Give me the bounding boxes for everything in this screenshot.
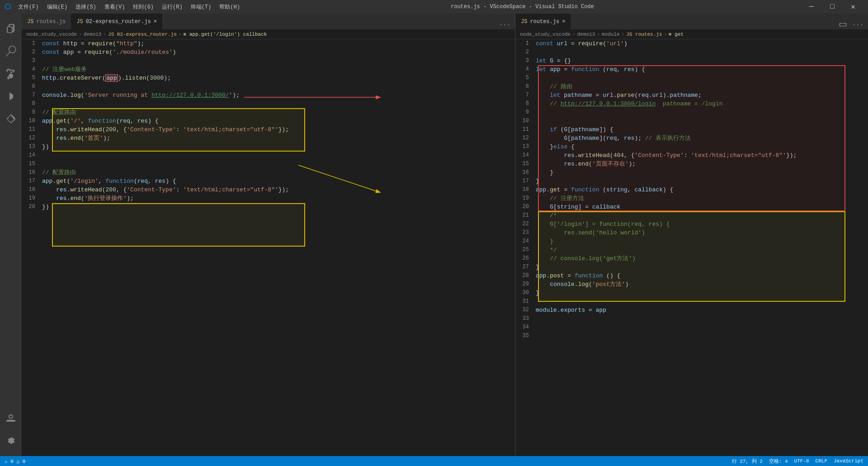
- breadcrumb-item-4[interactable]: ⊕ app.get('/login') callback: [183, 31, 267, 37]
- status-bar: ⚠ 0 △ 0 行 27, 列 2 空格: 4 UTF-8 CRLF JavaS…: [0, 456, 868, 466]
- menu-bar: 文件(F) 编辑(E) 选择(S) 查看(V) 转到(G) 运行(R) 终端(T…: [14, 2, 244, 12]
- right-code-line-22: 22 G['/login'] = function(req, res) {: [515, 220, 868, 228]
- right-breadcrumb-item-2[interactable]: demo13: [577, 32, 595, 37]
- right-code-line-33: 33: [515, 314, 868, 323]
- menu-goto[interactable]: 转到(G): [129, 2, 157, 12]
- right-code-area[interactable]: 1 const url = require('url') 2 3 let G =…: [515, 39, 868, 456]
- menu-select[interactable]: 选择(S): [72, 2, 100, 12]
- right-code-line-35: 35: [515, 332, 868, 340]
- right-code-line-4: 4 let app = function (req, res) {: [515, 65, 868, 74]
- right-tab-js-icon: JS: [521, 19, 527, 25]
- activity-settings[interactable]: [0, 430, 22, 452]
- code-line-4: 4 // 注册web服务: [22, 65, 515, 74]
- status-spaces[interactable]: 空格: 4: [769, 458, 788, 465]
- menu-terminal[interactable]: 终端(T): [187, 2, 215, 12]
- title-bar-left: ⬡ 文件(F) 编辑(E) 选择(S) 查看(V) 转到(G) 运行(R) 终端…: [5, 2, 244, 12]
- right-code-line-19: 19 // 注册方法: [515, 194, 868, 203]
- right-tab-routes[interactable]: JS routes.js ×: [515, 14, 571, 29]
- code-line-17: 17 app.get('/login', function(req, res) …: [22, 177, 515, 185]
- left-tab-actions: ···: [497, 20, 515, 29]
- right-code-line-20: 20 G[string] = callback: [515, 203, 868, 211]
- activity-source-control[interactable]: [0, 63, 22, 85]
- left-tab-routes-label: routes.js: [36, 19, 66, 25]
- code-line-5: 5 http.createServer(app).listen(3000);: [22, 74, 515, 82]
- right-code-line-18: 18 app.get = function (string, callback)…: [515, 185, 868, 194]
- right-code-line-24: 24 }: [515, 237, 868, 246]
- right-code-line-27: 27 }: [515, 263, 868, 271]
- right-breadcrumb-item-1[interactable]: node_study_vscode: [520, 32, 571, 37]
- breadcrumb-item-3[interactable]: JS 02-express_router.js: [108, 32, 177, 37]
- left-tab-router-label: 02-express_router.js: [86, 19, 151, 25]
- right-code-line-6: 6 // 路由: [515, 82, 868, 91]
- menu-run[interactable]: 运行(R): [158, 2, 186, 12]
- left-code-area[interactable]: 1 const http = require("http"); 2 const …: [22, 39, 515, 456]
- right-code-line-21: 21 /*: [515, 211, 868, 220]
- left-tab-router[interactable]: JS 02-express_router.js ×: [71, 14, 162, 29]
- activity-account[interactable]: [0, 408, 22, 430]
- right-code-line-28: 28 app.post = function () {: [515, 271, 868, 280]
- code-line-10: 10 app.get('/', function(req, res) {: [22, 117, 515, 125]
- right-breadcrumb-item-4[interactable]: JS routes.js: [626, 32, 662, 37]
- right-split-button[interactable]: ⊏⊐: [837, 20, 849, 29]
- right-tab-routes-label: routes.js: [530, 19, 559, 25]
- right-code-line-16: 16 }: [515, 168, 868, 177]
- maximize-button[interactable]: □: [822, 0, 843, 14]
- right-code-line-1: 1 const url = require('url'): [515, 39, 868, 48]
- status-language[interactable]: JavaScript: [834, 458, 863, 464]
- menu-edit[interactable]: 编辑(E): [43, 2, 71, 12]
- right-breadcrumb-item-5[interactable]: ⊕ get: [669, 31, 684, 37]
- right-code-line-13: 13 }else {: [515, 143, 868, 151]
- code-line-20: 20 }): [22, 203, 515, 211]
- right-breadcrumb-item-3[interactable]: module: [602, 32, 620, 37]
- right-code-line-14: 14 res.writeHead(404, {'Content-Type': '…: [515, 151, 868, 160]
- right-code-line-26: 26 // console.log('get方法'): [515, 254, 868, 263]
- status-errors[interactable]: ⚠ 0 △ 0: [5, 458, 25, 464]
- breadcrumb-item-2[interactable]: demo13: [84, 32, 102, 37]
- right-code-line-9: 9: [515, 108, 868, 117]
- menu-file[interactable]: 文件(F): [14, 2, 42, 12]
- left-tab-bar: JS routes.js JS 02-express_router.js × ·…: [22, 14, 515, 29]
- left-tab-close[interactable]: ×: [154, 19, 157, 25]
- right-code-line-10: 10: [515, 117, 868, 125]
- activity-search[interactable]: [0, 40, 22, 62]
- breadcrumb-item-1[interactable]: node_study_vscode: [26, 32, 77, 37]
- status-bar-left: ⚠ 0 △ 0: [5, 458, 25, 464]
- status-eol[interactable]: CRLF: [816, 458, 827, 464]
- right-breadcrumb: node_study_vscode › demo13 › module › JS…: [515, 29, 868, 39]
- right-code-line-8: 8 // http://127.0.0.1:3000/login pathnam…: [515, 100, 868, 108]
- code-line-16: 16 // 配置路由: [22, 168, 515, 177]
- right-code-line-34: 34: [515, 323, 868, 332]
- window-controls: ─ □ ✕: [801, 0, 863, 14]
- activity-extensions[interactable]: [0, 108, 22, 130]
- right-more-button[interactable]: ···: [850, 20, 865, 29]
- right-code-line-17: 17 }: [515, 177, 868, 185]
- code-line-14: 14: [22, 151, 515, 160]
- menu-help[interactable]: 帮助(H): [216, 2, 244, 12]
- right-code-line-31: 31: [515, 297, 868, 306]
- close-button[interactable]: ✕: [843, 0, 863, 14]
- left-tab-routes[interactable]: JS routes.js: [22, 14, 71, 29]
- minimize-button[interactable]: ─: [801, 0, 822, 14]
- menu-view[interactable]: 查看(V): [101, 2, 129, 12]
- left-editor-pane: JS routes.js JS 02-express_router.js × ·…: [22, 14, 515, 456]
- right-editor-pane: JS routes.js × ⊏⊐ ··· node_study_vscode …: [515, 14, 868, 456]
- left-breadcrumb: node_study_vscode › demo13 › JS 02-expre…: [22, 29, 515, 39]
- window-title: routes.js - VScodeSpace - Visual Studio …: [451, 4, 594, 10]
- code-line-13: 13 }): [22, 143, 515, 151]
- right-code-line-23: 23 res.send('hello world'): [515, 228, 868, 237]
- activity-explorer[interactable]: [0, 18, 22, 39]
- right-tab-close[interactable]: ×: [562, 19, 565, 25]
- tab-js-icon-1: JS: [27, 19, 33, 25]
- code-line-11: 11 res.writeHead(200, {'Content-Type': '…: [22, 125, 515, 134]
- left-more-button[interactable]: ···: [497, 20, 512, 29]
- status-line-col[interactable]: 行 27, 列 2: [732, 458, 763, 465]
- code-line-2: 2 const app = require('./module/routes'): [22, 48, 515, 57]
- activity-run[interactable]: [0, 86, 22, 107]
- right-code-line-32: 32 module.exports = app: [515, 306, 868, 314]
- right-code-line-5: 5: [515, 74, 868, 82]
- right-tab-actions: ⊏⊐ ···: [837, 20, 868, 29]
- code-line-8: 8: [22, 100, 515, 108]
- status-encoding[interactable]: UTF-8: [794, 458, 809, 464]
- code-line-15: 15: [22, 160, 515, 168]
- right-code-line-2: 2: [515, 48, 868, 57]
